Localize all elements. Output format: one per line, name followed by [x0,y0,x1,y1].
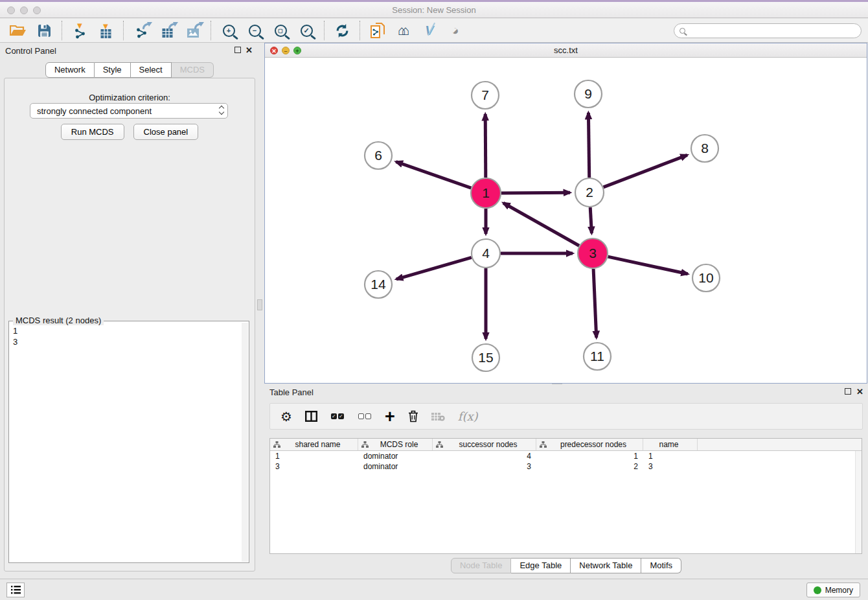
select-all-icon[interactable]: ✓✓ [330,413,345,419]
table-cell[interactable]: 3 [643,461,698,472]
table-options-icon[interactable]: ⚙ [280,409,292,424]
open-session-icon[interactable] [5,20,31,41]
import-table-icon[interactable]: ▼ [93,20,119,41]
table-row[interactable]: 3dominator323 [270,461,862,472]
cybrowser-home-icon[interactable]: ⌂⌂ [391,20,417,41]
tab-mcds[interactable]: MCDS [172,62,214,78]
column-header-name[interactable]: name [643,439,698,450]
tab-node-table[interactable]: Node Table [451,558,512,573]
export-image-icon[interactable] [180,20,206,41]
optimization-criterion-select[interactable]: strongly connected component [30,103,228,119]
tab-motifs[interactable]: Motifs [641,558,681,573]
import-network-icon[interactable]: ▼ [67,20,93,41]
edge-3-1[interactable] [503,203,579,246]
list-icon [11,586,21,594]
column-header-shared-name[interactable]: shared name [270,439,358,450]
edge-2-8[interactable] [604,155,687,187]
show-column-panel-icon[interactable] [305,411,317,422]
edge-2-9[interactable] [588,113,589,178]
search-box [674,23,862,38]
network-canvas[interactable]: 1234678910111415 [265,58,867,383]
node-4[interactable]: 4 [472,239,500,268]
node-11[interactable]: 11 [584,343,611,370]
edge-3-10[interactable] [608,257,688,274]
export-arrow-icon [168,21,178,32]
task-history-button[interactable] [6,583,25,597]
column-header-predecessor-nodes[interactable]: predecessor nodes [536,439,643,450]
table-cell[interactable]: dominator [358,451,433,461]
search-input[interactable] [689,26,861,36]
close-panel-icon[interactable]: ✕ [856,387,863,397]
show-graphics-details-icon[interactable]: ◑ [442,20,468,41]
node-2[interactable]: 2 [575,178,604,207]
create-column-icon[interactable]: + [385,410,395,423]
node-3[interactable]: 3 [578,238,608,268]
node-6[interactable]: 6 [365,142,392,169]
node-1[interactable]: 1 [471,178,501,208]
search-icon [680,28,685,34]
table-row[interactable]: 1dominator411 [270,451,862,461]
delete-columns-icon[interactable] [408,410,418,422]
node-9[interactable]: 9 [575,80,602,108]
table-scrollbar[interactable] [855,451,862,553]
mcds-result-text[interactable]: 1 3 [9,323,241,562]
close-panel-icon[interactable]: ✕ [246,45,253,55]
zoom-fit-icon[interactable]: ▢ [268,20,293,41]
close-panel-button[interactable]: Close panel [133,124,199,140]
export-arrow-icon [194,21,204,32]
float-panel-icon[interactable] [234,47,241,53]
tab-network-table[interactable]: Network Table [571,558,641,573]
export-network-icon[interactable] [128,20,154,41]
node-8[interactable]: 8 [691,135,718,162]
tab-edge-table[interactable]: Edge Table [511,558,571,573]
edge-3-11[interactable] [593,269,597,338]
svg-text:1: 1 [482,185,490,200]
deselect-all-icon[interactable] [358,413,372,419]
control-panel-titlebar: Control Panel ✕ [0,43,259,58]
node-15[interactable]: 15 [472,344,499,371]
table-cell[interactable]: 4 [433,451,536,461]
memory-status-icon [814,586,821,594]
edge-2-3[interactable] [590,207,591,233]
edge-1-6[interactable] [396,162,471,189]
zoom-in-icon[interactable]: + [216,20,242,41]
table-cell[interactable]: 2 [536,461,643,472]
control-panel-title: Control Panel [5,46,56,56]
edge-4-14[interactable] [396,257,472,279]
apply-layout-icon[interactable] [329,20,355,41]
tab-style[interactable]: Style [95,62,131,78]
control-panel: Control Panel ✕ NetworkStyleSelectMCDS O… [0,43,259,577]
save-session-icon[interactable] [31,20,57,41]
tab-select[interactable]: Select [131,62,172,78]
table-cell[interactable]: 3 [433,461,536,472]
edge-1-7[interactable] [485,114,486,178]
float-panel-icon[interactable] [845,388,851,395]
table-cell[interactable]: 1 [536,451,643,461]
result-scrollbar[interactable] [242,323,248,562]
download-arrow-icon: ▼ [76,23,84,29]
network-frame-title: scc.txt [265,45,867,55]
run-mcds-button[interactable]: Run MCDS [61,124,124,140]
tab-network[interactable]: Network [45,62,95,78]
network-from-clipboard-icon[interactable] [365,20,391,41]
attribute-icon [273,441,280,448]
zoom-selected-icon[interactable]: ✓ [293,20,319,41]
table-panel-title: Table Panel [269,387,314,397]
node-14[interactable]: 14 [365,271,392,298]
vertical-splitter-handle[interactable] [257,299,262,310]
edge-1-2[interactable] [501,192,570,193]
memory-button[interactable]: Memory [806,583,860,597]
table-cell[interactable]: 3 [270,461,358,472]
export-table-icon[interactable] [154,20,180,41]
optimization-criterion-label: Optimization criterion: [5,93,255,102]
column-header-MCDS-role[interactable]: MCDS role [358,439,433,450]
table-cell[interactable]: dominator [358,461,433,472]
node-10[interactable]: 10 [692,264,720,292]
zoom-out-icon[interactable]: − [242,20,268,41]
table-cell[interactable]: 1 [643,451,698,461]
table-cell[interactable]: 1 [270,451,358,461]
node-7[interactable]: 7 [472,82,499,109]
vizmapper-icon[interactable]: V [417,20,442,41]
column-header-successor-nodes[interactable]: successor nodes [433,439,536,450]
network-frame-titlebar[interactable]: ✕ – + scc.txt [265,43,867,58]
